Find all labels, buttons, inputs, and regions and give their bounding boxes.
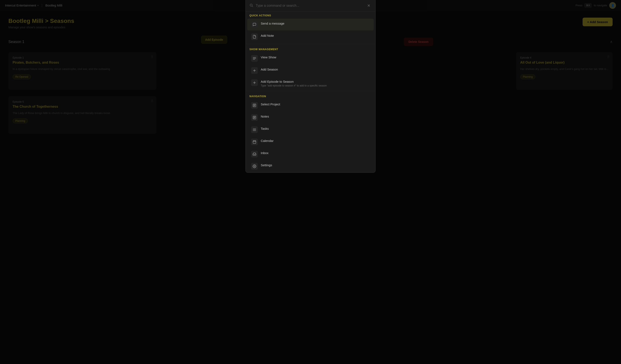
plus-icon [251,67,258,74]
cmd-item-add-episode-to-season[interactable]: Add Episode to Season Type "add episode … [247,77,374,90]
cmd-item-label: Add Note [261,33,370,38]
message-icon [251,21,258,28]
cmd-item-select-project[interactable]: Select Project [247,100,374,111]
document-icon [251,102,258,109]
section-label-quick-actions: Quick Actions [246,12,375,18]
cmd-item-label: Tasks [261,126,370,131]
cmd-item-label: Notes [261,114,370,119]
cmd-item-label: View Show [261,55,370,59]
svg-rect-20 [253,141,256,144]
plus-episode-icon [251,79,258,86]
inbox-icon [251,151,258,157]
cmd-item-inbox[interactable]: Inbox [247,148,374,160]
section-divider [246,44,375,44]
cmd-item-notes[interactable]: Notes [247,112,374,123]
command-search-input[interactable] [256,4,363,8]
settings-icon [251,163,258,170]
cmd-item-label: Settings [261,163,370,167]
section-label-show-management: Show Management [246,45,375,52]
svg-line-1 [252,6,253,7]
cmd-item-sublabel: Type "add episode to season #" to add to… [261,84,370,87]
cmd-item-label: Send a message [261,21,370,26]
cmd-item-add-note[interactable]: Add Note [247,31,374,43]
notes-icon [251,114,258,121]
cmd-item-send-message[interactable]: Send a message [247,19,374,31]
cmd-item-add-season[interactable]: Add Season [247,65,374,76]
section-divider [246,91,375,91]
search-icon [249,3,253,8]
command-palette: ✕ Quick Actions Send a message Add Note … [245,0,376,173]
cmd-item-label: Calendar [261,139,370,143]
command-close-button[interactable]: ✕ [366,3,372,8]
command-search-row: ✕ [246,0,375,12]
cmd-item-settings[interactable]: Settings [247,160,374,172]
cmd-item-label: Inbox [261,151,370,155]
cmd-item-label: Add Season [261,67,370,71]
section-label-navigation: Navigation [246,92,375,99]
cmd-item-calendar[interactable]: Calendar [247,136,374,148]
tasks-icon [251,126,258,133]
list-icon [251,55,258,62]
cmd-item-view-show[interactable]: View Show [247,52,374,64]
note-icon [251,33,258,40]
cmd-item-tasks[interactable]: Tasks [247,124,374,136]
calendar-icon [251,139,258,145]
cmd-item-label: Add Episode to Season [261,79,370,84]
cmd-item-label: Select Project [261,102,370,106]
svg-point-24 [254,166,255,167]
